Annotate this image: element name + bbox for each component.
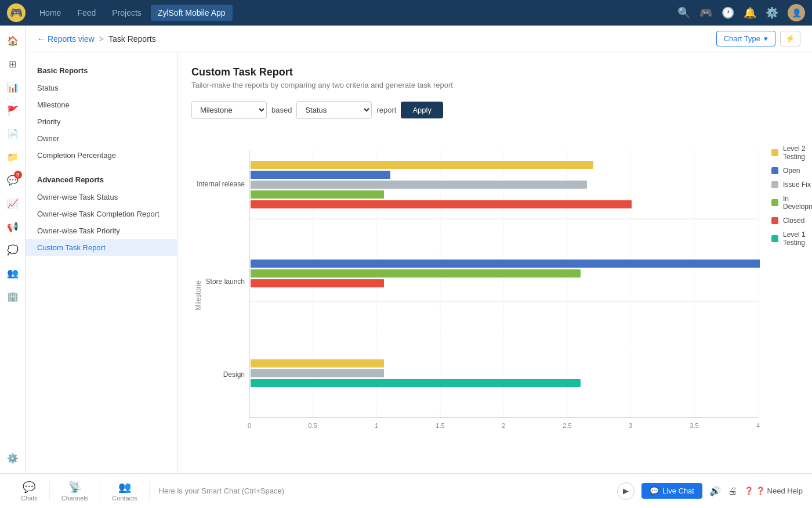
nav-status[interactable]: Status	[26, 80, 177, 96]
svg-rect-50	[251, 200, 632, 208]
svg-text:Milestone: Milestone	[194, 280, 202, 311]
bottom-tab-contacts[interactable]: 👥 Contacts	[100, 481, 149, 502]
main-content: ← Reports view > Task Reports Chart Type…	[26, 26, 812, 473]
legend-color-level2testing	[771, 149, 778, 156]
message-icon-btn[interactable]: 💭	[2, 239, 23, 260]
legend-indev: In Development	[771, 194, 812, 211]
nav-feed[interactable]: Feed	[70, 5, 103, 21]
svg-text:Internal release: Internal release	[197, 180, 245, 188]
breadcrumb-separator: >	[99, 34, 104, 44]
svg-rect-47	[251, 171, 390, 179]
bottom-actions: ▶ 💬 Live Chat 🔊 🖨 ❓ ❓ Need Help	[617, 482, 803, 500]
chevron-down-icon: ▾	[764, 34, 768, 43]
legend-label-open: Open	[783, 167, 800, 175]
live-chat-button[interactable]: 💬 Live Chat	[641, 483, 702, 499]
livechat-icon: 💬	[650, 487, 659, 495]
based-label: based	[271, 106, 292, 114]
home-icon-btn[interactable]: 🏠	[2, 30, 23, 51]
content-with-sidebar: Basic Reports Status Milestone Priority …	[26, 52, 812, 473]
nav-owner-priority[interactable]: Owner-wise Task Priority	[26, 222, 177, 239]
chart-icon-btn[interactable]: 📊	[2, 77, 23, 98]
nav-custom-task[interactable]: Custom Task Report	[26, 239, 177, 256]
app-layout: 🏠 ⊞ 📊 🚩 📄 📁 💬 9 📈 📢 💭 👥 🏢 ⚙️ ← Reports v…	[0, 26, 812, 473]
chart-legend: Level 2 Testing Open Issue Fix In D	[771, 133, 812, 435]
play-button[interactable]: ▶	[617, 482, 635, 500]
advanced-reports-title: Advanced Reports	[26, 171, 177, 189]
svg-rect-55	[251, 279, 384, 287]
need-help-button[interactable]: ❓ ❓ Need Help	[744, 487, 803, 495]
legend-label-level2testing: Level 2 Testing	[783, 145, 812, 161]
axis2-select[interactable]: Status	[296, 101, 372, 119]
nav-owner-completion[interactable]: Owner-wise Task Completion Report	[26, 206, 177, 222]
bell-icon[interactable]: 🔔	[744, 6, 756, 19]
legend-label-closed: Closed	[783, 217, 804, 225]
svg-text:1: 1	[375, 422, 378, 429]
flag-icon-btn[interactable]: 🚩	[2, 100, 23, 121]
user-avatar[interactable]: 👤	[788, 4, 805, 21]
nav-app[interactable]: ZylSoft Mobile App	[151, 5, 233, 21]
svg-text:2.5: 2.5	[563, 422, 571, 429]
file-icon-btn[interactable]: 📁	[2, 146, 23, 167]
nav-owner[interactable]: Owner	[26, 130, 177, 147]
legend-color-issuefix	[771, 181, 778, 188]
breadcrumb-actions: Chart Type ▾ ⚡	[716, 31, 800, 46]
report-icon-btn[interactable]: 📈	[2, 193, 23, 214]
megaphone-icon-btn[interactable]: 📢	[2, 216, 23, 237]
nav-projects[interactable]: Projects	[105, 5, 148, 21]
people-icon-btn[interactable]: 👥	[2, 262, 23, 283]
svg-text:0.5: 0.5	[308, 422, 317, 429]
svg-text:Store launch: Store launch	[206, 278, 245, 286]
bottom-tab-chats[interactable]: 💬 Chats	[9, 481, 50, 502]
legend-color-level1testing	[771, 235, 778, 242]
legend-closed: Closed	[771, 217, 812, 225]
channels-label: Channels	[61, 495, 88, 502]
filter-icon: ⚡	[785, 34, 795, 43]
chart-svg-area: Milestone	[191, 133, 760, 435]
contacts-icon: 👥	[118, 481, 131, 493]
legend-label-issuefix: Issue Fix	[783, 181, 811, 189]
nav-priority[interactable]: Priority	[26, 113, 177, 130]
need-help-label: ❓ Need Help	[756, 487, 803, 495]
settings-icon-btn[interactable]: ⚙️	[2, 448, 23, 469]
basic-reports-title: Basic Reports	[26, 62, 177, 80]
smart-chat-input[interactable]: Here is your Smart Chat (Ctrl+Space)	[150, 487, 617, 495]
apply-button[interactable]: Apply	[401, 102, 443, 118]
filter-bar: Milestone based Status report Apply	[191, 101, 798, 119]
nav-owner-status[interactable]: Owner-wise Task Status	[26, 189, 177, 206]
chart-area: Custom Task Report Tailor-make the repor…	[177, 52, 812, 473]
svg-rect-58	[251, 359, 384, 368]
grid-icon-btn[interactable]: ⊞	[2, 53, 23, 74]
filter-button[interactable]: ⚡	[780, 31, 800, 46]
chart-container: Milestone	[191, 133, 798, 435]
svg-text:Design: Design	[223, 370, 245, 379]
nav-milestone[interactable]: Milestone	[26, 96, 177, 113]
legend-level2testing: Level 2 Testing	[771, 145, 812, 161]
print-icon[interactable]: 🖨	[728, 486, 737, 496]
axis1-select[interactable]: Milestone	[191, 101, 267, 119]
svg-rect-48	[251, 181, 587, 189]
top-nav: 🎮 Home Feed Projects ZylSoft Mobile App …	[0, 0, 812, 26]
tools-icon[interactable]: ⚙️	[766, 6, 778, 19]
report-title: Custom Task Report	[191, 66, 798, 78]
svg-text:0: 0	[248, 422, 251, 429]
nav-home[interactable]: Home	[32, 5, 68, 21]
nav-sidebar: Basic Reports Status Milestone Priority …	[26, 52, 177, 473]
breadcrumb: ← Reports view > Task Reports	[37, 34, 156, 44]
doc-icon-btn[interactable]: 📄	[2, 123, 23, 144]
channels-icon: 📡	[68, 481, 81, 493]
svg-rect-49	[251, 190, 384, 199]
chart-type-button[interactable]: Chart Type ▾	[716, 31, 775, 46]
gamepad-icon[interactable]: 🎮	[699, 6, 712, 19]
legend-issuefix: Issue Fix	[771, 181, 812, 189]
nav-completion[interactable]: Completion Percentage	[26, 147, 177, 164]
back-to-reports[interactable]: ← Reports view	[37, 34, 95, 44]
legend-level1testing: Level 1 Testing	[771, 230, 812, 247]
speaker-icon[interactable]: 🔊	[709, 485, 721, 496]
building-icon-btn[interactable]: 🏢	[2, 286, 23, 307]
svg-text:3: 3	[629, 422, 632, 429]
clock-icon[interactable]: 🕐	[722, 6, 734, 19]
bottom-tab-channels[interactable]: 📡 Channels	[50, 481, 100, 502]
chat-icon-btn[interactable]: 💬 9	[2, 170, 23, 190]
search-icon[interactable]: 🔍	[677, 6, 690, 19]
svg-text:3.5: 3.5	[690, 422, 698, 429]
